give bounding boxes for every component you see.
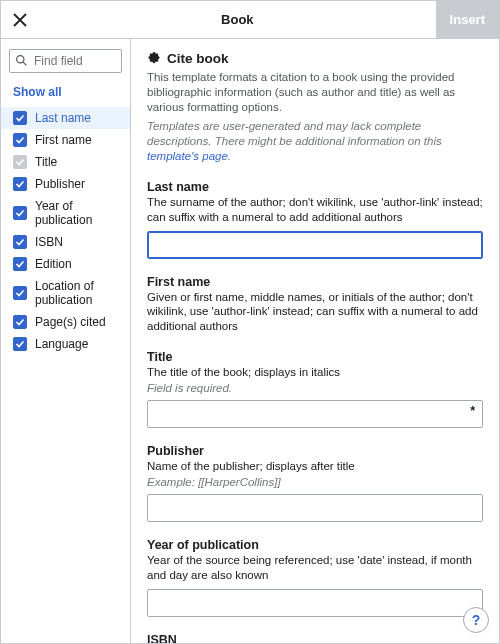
last-name-input[interactable]	[147, 231, 483, 259]
main-panel: Cite book This template formats a citati…	[131, 39, 499, 643]
field-example: Example: [[HarperCollins]]	[147, 476, 483, 488]
field-label: Title	[147, 350, 483, 364]
field-desc: Year of the source being referenced; use…	[147, 553, 483, 583]
checkbox-icon	[13, 133, 27, 147]
checkbox-icon	[13, 206, 27, 220]
help-button[interactable]: ?	[463, 607, 489, 633]
year-input[interactable]	[147, 589, 483, 617]
svg-point-0	[17, 56, 24, 63]
field-label: First name	[147, 275, 483, 289]
checkbox-icon	[13, 315, 27, 329]
sidebar-item-isbn[interactable]: ISBN	[1, 231, 130, 253]
template-note: Templates are user-generated and may lac…	[147, 119, 483, 164]
dialog-body: Show all Last name First name Title Publ…	[1, 39, 499, 643]
field-isbn: ISBN International Standard Book Number;…	[147, 633, 483, 643]
search-icon	[15, 54, 28, 67]
field-desc: Given or first name, middle names, or in…	[147, 290, 483, 335]
sidebar-item-edition[interactable]: Edition	[1, 253, 130, 275]
field-year: Year of publication Year of the source b…	[147, 538, 483, 617]
sidebar-item-first-name[interactable]: First name	[1, 129, 130, 151]
sidebar-item-location[interactable]: Location of publication	[1, 275, 130, 311]
template-dialog: Book Insert Show all Last name First nam…	[0, 0, 500, 644]
title-input[interactable]	[147, 400, 483, 428]
template-heading: Cite book	[147, 51, 483, 66]
dialog-header: Book Insert	[1, 1, 499, 39]
publisher-input[interactable]	[147, 494, 483, 522]
template-name: Cite book	[167, 51, 229, 66]
field-publisher: Publisher Name of the publisher; display…	[147, 444, 483, 522]
sidebar-item-label: Publisher	[35, 177, 85, 191]
checkbox-icon	[13, 257, 27, 271]
sidebar-item-label: ISBN	[35, 235, 63, 249]
sidebar-item-label: Title	[35, 155, 57, 169]
sidebar-item-label: Language	[35, 337, 88, 351]
puzzle-icon	[147, 52, 161, 66]
field-label: Publisher	[147, 444, 483, 458]
sidebar-item-label: Edition	[35, 257, 72, 271]
sidebar-item-last-name[interactable]: Last name	[1, 107, 130, 129]
sidebar-item-year[interactable]: Year of publication	[1, 195, 130, 231]
sidebar-item-label: Page(s) cited	[35, 315, 106, 329]
field-desc: The surname of the author; don't wikilin…	[147, 195, 483, 225]
sidebar-item-language[interactable]: Language	[1, 333, 130, 355]
sidebar-item-label: Last name	[35, 111, 91, 125]
field-label: Last name	[147, 180, 483, 194]
checkbox-icon	[13, 177, 27, 191]
template-description: This template formats a citation to a bo…	[147, 70, 483, 115]
checkbox-icon	[13, 155, 27, 169]
checkbox-icon	[13, 286, 27, 300]
checkbox-icon	[13, 235, 27, 249]
show-all-link[interactable]: Show all	[1, 81, 130, 103]
sidebar-item-publisher[interactable]: Publisher	[1, 173, 130, 195]
field-required-note: Field is required.	[147, 382, 483, 394]
dialog-title: Book	[39, 12, 436, 27]
field-desc: The title of the book; displays in itali…	[147, 365, 483, 380]
sidebar-item-pages[interactable]: Page(s) cited	[1, 311, 130, 333]
sidebar-item-label: First name	[35, 133, 92, 147]
template-page-link[interactable]: template's page	[147, 150, 228, 162]
search-wrapper	[9, 49, 122, 73]
checkbox-icon	[13, 111, 27, 125]
sidebar-item-title[interactable]: Title	[1, 151, 130, 173]
field-label: Year of publication	[147, 538, 483, 552]
sidebar-item-label: Location of publication	[35, 279, 118, 307]
field-desc: Name of the publisher; displays after ti…	[147, 459, 483, 474]
insert-button[interactable]: Insert	[436, 1, 499, 39]
field-label: ISBN	[147, 633, 483, 643]
field-title: Title The title of the book; displays in…	[147, 350, 483, 428]
close-icon	[13, 13, 27, 27]
field-first-name: First name Given or first name, middle n…	[147, 275, 483, 335]
field-last-name: Last name The surname of the author; don…	[147, 180, 483, 259]
close-button[interactable]	[1, 1, 39, 39]
checkbox-icon	[13, 337, 27, 351]
sidebar: Show all Last name First name Title Publ…	[1, 39, 131, 643]
sidebar-item-label: Year of publication	[35, 199, 118, 227]
